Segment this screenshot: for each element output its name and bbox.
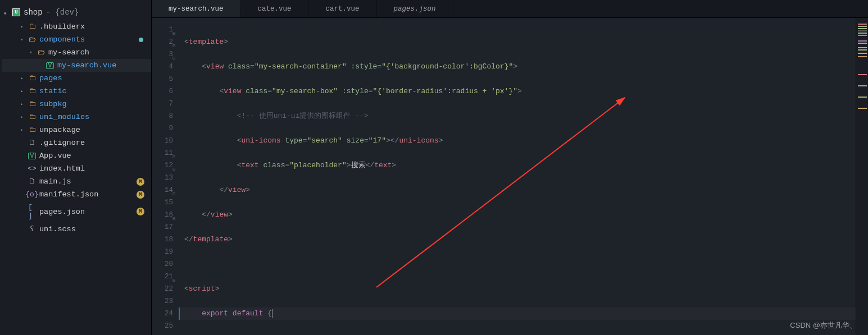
file-uni-scss[interactable]: ʕuni.scss — [2, 222, 151, 236]
project-name: shop — [24, 8, 43, 17]
folder-hbuilderx[interactable]: ▸🗀.hbuilderx — [2, 20, 151, 33]
modified-badge: M — [137, 191, 144, 199]
file-gitignore[interactable]: 🗋.gitignore — [2, 136, 151, 149]
line-gutter: 1⊟2⊟3⊟ 45678910 11⊟12⊟1314⊟15 16⊟1718192… — [152, 18, 179, 335]
code-content[interactable]: <template> <view class="my-search-contai… — [179, 18, 856, 335]
folder-components[interactable]: ▾🗁components — [2, 33, 151, 46]
code-area[interactable]: 1⊟2⊟3⊟ 45678910 11⊟12⊟1314⊟15 16⊟1718192… — [152, 18, 868, 335]
file-manifest-json[interactable]: {o}manifest.jsonM — [2, 188, 151, 201]
file-my-search-vue[interactable]: Vmy-search.vue — [2, 59, 151, 72]
tab-cate-vue[interactable]: cate.vue — [241, 0, 309, 17]
chevron-down-icon[interactable]: ▾ — [3, 10, 7, 17]
modified-dot — [139, 38, 143, 42]
project-root[interactable]: U shop - {dev} — [0, 4, 151, 20]
file-index-html[interactable]: <>index.html — [2, 162, 151, 175]
folder-pages[interactable]: ▸🗀pages — [2, 72, 151, 85]
project-icon: U — [12, 8, 20, 16]
modified-badge: M — [137, 178, 144, 186]
modified-badge: M — [137, 208, 144, 215]
file-main-js[interactable]: 🗋main.jsM — [2, 175, 151, 188]
folder-uni-modules[interactable]: ▸🗀uni_modules — [2, 111, 151, 123]
folder-unpackage[interactable]: ▸🗀unpackage — [2, 123, 151, 136]
cursor-line[interactable]: export default { — [179, 308, 856, 320]
minimap[interactable] — [856, 18, 868, 335]
file-app-vue[interactable]: VApp.vue — [2, 149, 151, 162]
tab-bar: my-search.vue cate.vue cart.vue pages.js… — [152, 0, 868, 18]
editor-area: my-search.vue cate.vue cart.vue pages.js… — [152, 0, 868, 335]
folder-my-search[interactable]: ▾🗁my-search — [2, 46, 151, 59]
text-cursor — [272, 309, 272, 318]
folder-subpkg[interactable]: ▸🗀subpkg — [2, 98, 151, 111]
tab-cart-vue[interactable]: cart.vue — [309, 0, 377, 17]
tab-pages-json[interactable]: pages.json — [377, 0, 453, 17]
file-pages-json[interactable]: [ ]pages.jsonM — [2, 201, 151, 222]
project-env: - {dev} — [46, 8, 79, 17]
tab-my-search-vue[interactable]: my-search.vue — [152, 0, 241, 17]
folder-static[interactable]: ▸🗀static — [2, 85, 151, 98]
file-explorer-sidebar: ▾ U shop - {dev} ▸🗀.hbuilderx ▾🗁componen… — [0, 0, 152, 335]
watermark: CSDN @亦世凡华、 — [790, 320, 857, 331]
